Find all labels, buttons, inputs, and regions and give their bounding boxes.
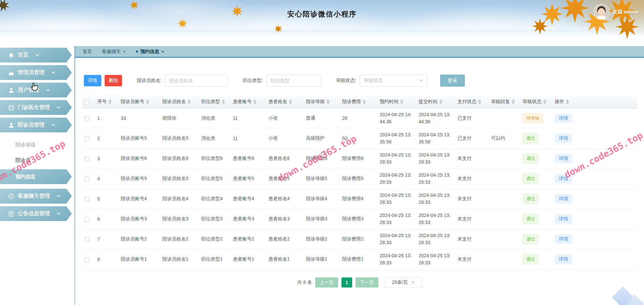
cell-review-reply <box>488 189 520 209</box>
prev-page-button[interactable]: 上一页 <box>315 277 338 288</box>
user-box[interactable]: 欢迎 admin <box>594 4 639 19</box>
table-row[interactable]: 8 陪诊员账号1 陪诊员姓名1 职位类型1 患者账号1 患者姓名1 陪诊等级1 … <box>82 249 637 269</box>
cell-escort-level: 陪诊等级4 <box>303 189 339 209</box>
cell-job-type: 职位类型5 <box>199 169 230 189</box>
row-detail-button[interactable]: 详情 <box>555 194 572 204</box>
escort-name-input[interactable] <box>165 75 228 87</box>
table-row[interactable]: 6 陪诊员账号3 陪诊员姓名3 职位类型3 患者账号3 患者姓名3 陪诊等级3 … <box>82 209 637 229</box>
row-checkbox[interactable] <box>85 177 89 181</box>
welcome-text: 欢迎 admin <box>612 9 639 15</box>
current-page-button[interactable]: 1 <box>341 277 352 288</box>
row-checkbox[interactable] <box>85 157 89 161</box>
row-checkbox[interactable] <box>85 237 89 242</box>
row-checkbox[interactable] <box>85 217 89 222</box>
submenu-item-escort[interactable]: 陪诊员 <box>0 152 72 168</box>
sort-caret-icon[interactable] <box>478 99 481 104</box>
table-row[interactable]: 3 陪诊员账号6 陪诊员姓名6 职位类型6 患者账号6 患者姓名6 陪诊等级6 … <box>82 148 637 169</box>
column-header[interactable]: 患者姓名 <box>266 95 303 108</box>
column-label: 患者姓名 <box>268 99 287 104</box>
sort-caret-icon[interactable] <box>222 99 225 104</box>
row-checkbox[interactable] <box>85 136 89 141</box>
column-header[interactable]: 陪诊费用 <box>339 95 377 108</box>
cell-job-type: 职位类型6 <box>199 148 230 169</box>
detail-button[interactable]: 详情 <box>84 75 101 86</box>
review-status-select[interactable]: 审核状态 <box>360 75 427 87</box>
table-row[interactable]: 2 陪诊员账号5 陪诊员姓名5 消化类 11 小张 高级陪护 50 2024-0… <box>82 128 637 148</box>
sort-caret-icon[interactable] <box>566 99 569 104</box>
next-page-button[interactable]: 下一页 <box>356 277 378 288</box>
cell-job-type: 消化类 <box>199 108 230 128</box>
sidebar-item-doctor-mgmt[interactable]: 门诊医生管理 <box>0 100 72 115</box>
row-detail-button[interactable]: 详情 <box>555 234 572 244</box>
cell-escort-level: 陪诊等级3 <box>303 209 339 229</box>
building-icon <box>8 104 14 111</box>
sort-caret-icon[interactable] <box>543 99 546 104</box>
table-row[interactable]: 5 陪诊员账号4 陪诊员姓名4 职位类型4 患者账号4 患者姓名4 陪诊等级4 … <box>82 189 637 209</box>
column-label: 预约时间 <box>380 99 398 104</box>
sort-caret-icon[interactable] <box>363 99 366 104</box>
column-header[interactable]: 序号 <box>95 95 118 108</box>
column-header[interactable]: 提交时间 <box>416 95 455 108</box>
column-header[interactable]: 患者账号 <box>230 95 266 108</box>
sort-caret-icon[interactable] <box>187 99 191 104</box>
column-header[interactable]: 陪诊员账号 <box>118 95 160 108</box>
sidebar-item-label: 门诊医生管理 <box>18 104 50 111</box>
sort-caret-icon[interactable] <box>326 99 330 104</box>
avatar[interactable] <box>594 4 609 19</box>
delete-button[interactable]: 删除 <box>105 75 122 86</box>
sort-caret-icon[interactable] <box>439 99 442 104</box>
submenu-item-booking-info[interactable]: 预约信息 <box>0 169 72 184</box>
column-header[interactable]: 审核回复 <box>488 95 520 108</box>
cell-book-time: 2024-04-25 13:28:33 <box>377 169 416 189</box>
sort-caret-icon[interactable] <box>289 99 292 104</box>
row-detail-button[interactable]: 详情 <box>555 174 572 183</box>
row-checkbox[interactable] <box>85 116 89 121</box>
table-row[interactable]: 4 陪诊员账号5 陪诊员姓名5 职位类型5 患者账号5 患者姓名5 陪诊等级5 … <box>82 169 637 189</box>
sort-caret-icon[interactable] <box>512 99 515 104</box>
sidebar-item-admin-mgmt[interactable]: 管理员管理 <box>0 65 72 80</box>
tab-home[interactable]: 首页 <box>83 49 92 55</box>
column-header[interactable]: 审核状态 <box>520 95 552 108</box>
cell-escort-name: 谢陪诊 <box>160 108 199 128</box>
column-header[interactable]: 操作 <box>552 95 637 108</box>
tab-bar: 首页 客服聊天 × 预约信息 × <box>75 46 644 58</box>
column-header[interactable]: 职位类型 <box>199 95 230 108</box>
row-detail-button[interactable]: 详情 <box>555 134 572 143</box>
cell-pay-status: 未支付 <box>455 249 488 269</box>
sort-caret-icon[interactable] <box>253 99 257 104</box>
close-icon[interactable]: × <box>123 49 126 54</box>
cell-review-status: 通过 <box>520 249 552 269</box>
select-placeholder: 审核状态 <box>364 78 383 84</box>
close-icon[interactable]: × <box>162 49 164 54</box>
table-row[interactable]: 7 陪诊员账号2 陪诊员姓名2 职位类型2 患者账号2 患者姓名2 陪诊等级2 … <box>82 229 637 249</box>
sort-caret-icon[interactable] <box>108 99 112 104</box>
sidebar-item-notice-mgmt[interactable]: 公告信息管理 <box>0 206 72 221</box>
chevron-down-icon <box>57 106 61 109</box>
sidebar-item-chat-mgmt[interactable]: 客服聊天管理 <box>0 189 72 204</box>
column-label: 提交时间 <box>419 99 437 104</box>
tab-booking-info[interactable]: 预约信息 × <box>136 49 164 55</box>
sort-caret-icon[interactable] <box>146 99 149 104</box>
column-header[interactable]: 支付状态 <box>455 95 488 108</box>
sidebar-item-home[interactable]: 首页 <box>0 48 72 62</box>
table-row[interactable]: 1 33 谢陪诊 消化类 11 小张 普通 20 2024-04-25 14:4… <box>82 108 637 128</box>
cell-review-reply <box>488 108 520 128</box>
row-detail-button[interactable]: 详情 <box>555 214 572 224</box>
row-detail-button[interactable]: 详情 <box>555 255 572 264</box>
row-checkbox[interactable] <box>85 257 89 262</box>
column-header[interactable]: 陪诊等级 <box>303 95 339 108</box>
column-header[interactable]: 预约时间 <box>377 95 416 108</box>
sidebar-item-label: 客服聊天管理 <box>18 193 50 200</box>
search-button[interactable]: 搜索 <box>440 75 465 87</box>
select-all-checkbox[interactable] <box>85 100 89 104</box>
sidebar-item-escort-mgmt[interactable]: 陪诊员管理 <box>0 118 72 132</box>
submenu-item-escort-level[interactable]: 陪诊等级 <box>0 137 72 152</box>
row-checkbox[interactable] <box>85 197 89 202</box>
row-detail-button[interactable]: 详情 <box>555 154 572 163</box>
page-size-select[interactable]: 20条/页 <box>385 277 422 288</box>
tab-chat[interactable]: 客服聊天 × <box>102 49 126 55</box>
column-header[interactable]: 陪诊员姓名 <box>160 95 199 108</box>
sort-caret-icon[interactable] <box>400 99 404 104</box>
job-type-input[interactable] <box>266 75 321 87</box>
row-detail-button[interactable]: 详情 <box>555 114 572 123</box>
